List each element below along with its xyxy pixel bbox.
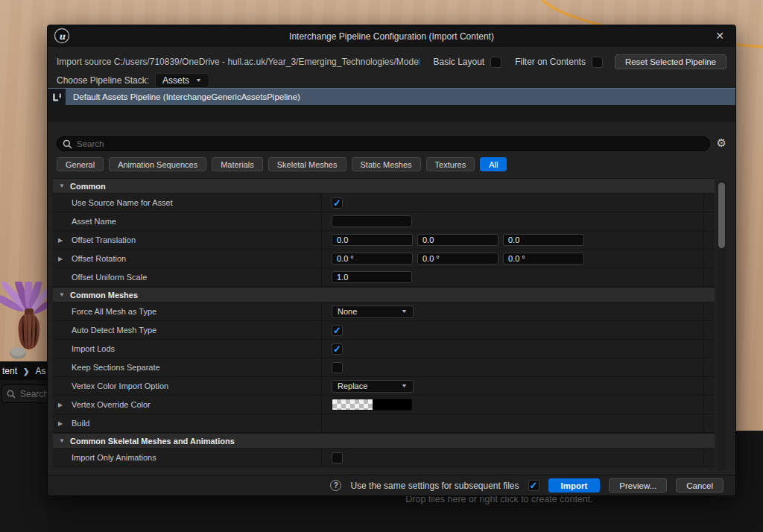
same-settings-label: Use the same settings for subsequent fil… — [350, 481, 519, 491]
force-all-mesh-dropdown[interactable]: None ▼ — [332, 305, 414, 318]
caret-down-icon: ▼ — [59, 291, 66, 298]
properties-grid: ▼ Common Use Source Name for Asset Asset… — [53, 178, 715, 467]
pipeline-stack-row: Choose Pipeline Stack: Assets ▼ — [57, 72, 209, 89]
vertex-override-color-swatch[interactable] — [332, 399, 412, 411]
help-icon[interactable]: ? — [330, 480, 341, 491]
tab-materials[interactable]: Materials — [212, 157, 263, 171]
preview-button[interactable]: Preview... — [609, 478, 667, 493]
properties-search[interactable] — [57, 136, 710, 151]
offset-translation-y-input[interactable] — [417, 234, 498, 246]
offset-rotation-x-input[interactable] — [332, 253, 413, 265]
dialog-footer: ? Use the same settings for subsequent f… — [48, 475, 735, 495]
offset-rotation-y-input[interactable] — [417, 253, 498, 265]
property-label: Import Only Animations — [53, 453, 156, 462]
gear-icon[interactable]: ⚙ — [717, 136, 726, 151]
property-label: Use Source Name for Asset — [53, 198, 173, 207]
tab-skeletal-meshes[interactable]: Skeletal Meshes — [268, 157, 346, 171]
import-source-row: Import source C:/users/710839/OneDrive -… — [57, 54, 726, 70]
pipeline-stack-label: Choose Pipeline Stack: — [57, 75, 149, 86]
properties-search-input[interactable] — [77, 139, 659, 148]
pipeline-list-item-selected[interactable]: Default Assets Pipeline (InterchangeGene… — [48, 88, 735, 105]
offset-uniform-scale-input[interactable] — [332, 271, 412, 283]
vertex-color-import-dropdown[interactable]: Replace ▼ — [332, 380, 414, 393]
interchange-pipeline-dialog: u Interchange Pipeline Configuration (Im… — [47, 25, 736, 496]
expander-icon[interactable]: ▶ — [58, 237, 63, 244]
section-header-common-skeletal[interactable]: ▼ Common Skeletal Meshes and Animations — [53, 433, 715, 449]
chevron-down-icon: ▼ — [401, 308, 408, 314]
tab-general[interactable]: General — [57, 157, 104, 171]
content-browser-fragment: tent ❯ As — [0, 361, 47, 532]
tab-animation-sequences[interactable]: Animation Sequences — [109, 157, 206, 171]
pipeline-stack-dropdown[interactable]: Assets ▼ — [155, 73, 209, 88]
content-browser-search-input[interactable] — [20, 389, 47, 399]
cancel-button[interactable]: Cancel — [676, 478, 724, 493]
offset-translation-z-input[interactable] — [503, 234, 584, 246]
use-source-name-checkbox[interactable] — [332, 197, 343, 209]
dialog-titlebar[interactable]: u Interchange Pipeline Configuration (Im… — [48, 25, 735, 47]
pipeline-item-label: Default Assets Pipeline (InterchangeGene… — [66, 92, 300, 101]
tab-static-meshes[interactable]: Static Meshes — [352, 157, 421, 171]
property-label: Offset Rotation — [53, 254, 126, 263]
color-solid-black — [373, 399, 411, 410]
offset-translation-x-input[interactable] — [332, 234, 413, 246]
property-row-import-lods: Import Lods — [53, 340, 715, 358]
property-row-offset-uniform-scale: Offset Uniform Scale — [53, 268, 715, 287]
section-header-common-meshes[interactable]: ▼ Common Meshes — [53, 287, 715, 303]
caret-down-icon: ▼ — [59, 437, 66, 444]
reset-selected-pipeline-button[interactable]: Reset Selected Pipeline — [615, 54, 726, 69]
offset-rotation-z-input[interactable] — [503, 253, 584, 265]
property-label: Force All Mesh as Type — [53, 307, 156, 316]
property-row-force-all-mesh: Force All Mesh as Type None ▼ — [53, 303, 715, 321]
scrollbar-thumb[interactable] — [718, 183, 725, 248]
breadcrumb-item[interactable]: tent — [2, 366, 17, 376]
caret-down-icon: ▼ — [59, 183, 66, 189]
section-header-common[interactable]: ▼ Common — [53, 178, 715, 194]
same-settings-checkbox[interactable] — [528, 480, 539, 491]
property-row-offset-translation: ▶ Offset Translation — [53, 231, 715, 250]
keep-sections-separate-checkbox[interactable] — [332, 362, 343, 373]
expander-icon[interactable]: ▶ — [58, 420, 63, 427]
import-only-animations-checkbox[interactable] — [332, 452, 343, 463]
property-row-auto-detect-mesh-type: Auto Detect Mesh Type — [53, 321, 715, 340]
dropdown-value: None — [338, 307, 357, 316]
property-label: Vertex Color Import Option — [53, 381, 168, 390]
property-label: Vertex Override Color — [53, 400, 151, 409]
property-label: Keep Sections Separate — [53, 363, 160, 372]
asset-name-input[interactable] — [332, 215, 412, 227]
import-button[interactable]: Import — [548, 478, 601, 493]
dialog-title: Interchange Pipeline Configuration (Impo… — [48, 31, 735, 42]
property-row-keep-sections-separate: Keep Sections Separate — [53, 358, 715, 377]
auto-detect-mesh-type-checkbox[interactable] — [332, 325, 343, 336]
pipeline-list: Default Assets Pipeline (InterchangeGene… — [48, 88, 735, 122]
filter-on-contents-checkbox[interactable] — [592, 57, 603, 68]
section-title: Common — [70, 182, 106, 191]
chevron-right-icon: ❯ — [23, 367, 29, 376]
property-row-vertex-color-import: Vertex Color Import Option Replace ▼ — [53, 377, 715, 396]
property-label: Import Lods — [53, 344, 115, 353]
property-row-import-only-animations: Import Only Animations — [53, 449, 715, 467]
section-title: Common Meshes — [70, 291, 138, 300]
expander-icon[interactable]: ▶ — [58, 256, 63, 262]
property-row-use-source-name: Use Source Name for Asset — [53, 194, 715, 212]
properties-scrollbar[interactable] — [717, 180, 726, 471]
tab-textures[interactable]: Textures — [426, 157, 475, 171]
viewport-plant — [0, 282, 47, 361]
import-lods-checkbox[interactable] — [332, 343, 343, 355]
search-icon — [7, 390, 16, 399]
import-source-path: Import source C:/users/710839/OneDrive -… — [57, 57, 420, 67]
basic-layout-checkbox[interactable] — [490, 57, 501, 68]
filter-on-contents-label: Filter on Contents — [515, 57, 586, 67]
color-alpha-checker — [332, 399, 373, 410]
property-label: Asset Name — [53, 217, 116, 226]
content-browser-search[interactable] — [1, 384, 47, 403]
property-label: Offset Translation — [53, 235, 136, 244]
chevron-down-icon: ▼ — [195, 77, 202, 83]
property-row-vertex-override-color: ▶ Vertex Override Color — [53, 396, 715, 414]
breadcrumb-item[interactable]: As — [35, 366, 45, 376]
search-icon — [63, 139, 72, 149]
tab-all[interactable]: All — [480, 157, 507, 171]
breadcrumb[interactable]: tent ❯ As — [0, 362, 47, 380]
expander-icon[interactable]: ▶ — [58, 402, 63, 408]
chevron-down-icon: ▼ — [401, 383, 408, 389]
close-icon[interactable]: ✕ — [713, 29, 726, 42]
